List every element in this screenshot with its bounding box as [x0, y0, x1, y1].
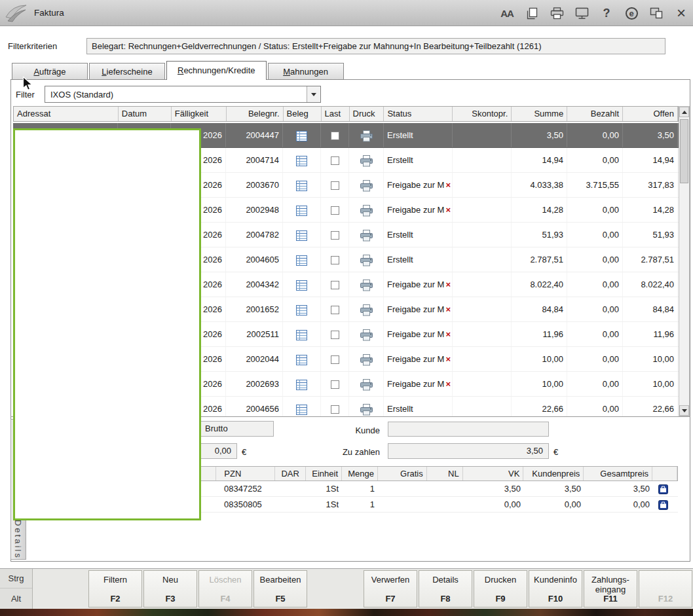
- filter-dropdown[interactable]: IXOS (Standard): [45, 86, 321, 103]
- font-size-icon[interactable]: AA: [499, 5, 515, 22]
- neu-button[interactable]: NeuF3: [143, 570, 197, 607]
- last-checkbox[interactable]: [331, 206, 339, 215]
- cell-status: Freigabe zur M×: [384, 198, 453, 222]
- column-header-status[interactable]: Status: [384, 107, 453, 121]
- item-column-header-menge[interactable]: Menge: [342, 467, 378, 480]
- beleg-document-icon[interactable]: [296, 205, 307, 215]
- item-cell-kundenpreis: 3,50: [524, 481, 584, 496]
- column-header-skontopr[interactable]: Skontopr.: [453, 107, 512, 121]
- column-header-belegnr[interactable]: Belegnr.: [227, 107, 284, 121]
- item-cell-menge: 1: [342, 481, 378, 496]
- copy-icon[interactable]: [524, 5, 540, 22]
- column-header-offen[interactable]: Offen: [623, 107, 678, 121]
- ixos-e-icon[interactable]: e: [624, 5, 639, 22]
- print-icon[interactable]: [360, 130, 373, 140]
- scroll-down-button[interactable]: [679, 405, 689, 416]
- vertical-scrollbar[interactable]: [679, 106, 690, 416]
- zahlungs-eingang-button[interactable]: Zahlungs- eingangF11: [584, 570, 637, 607]
- beleg-document-icon[interactable]: [296, 255, 307, 264]
- dropdown-arrow-icon[interactable]: [307, 86, 320, 102]
- column-header-beleg[interactable]: Beleg: [284, 107, 322, 121]
- item-column-header-blank[interactable]: [652, 467, 677, 480]
- window-switch-icon[interactable]: [648, 5, 664, 22]
- zu-zahlen-field[interactable]: 3,50: [388, 443, 549, 459]
- last-checkbox[interactable]: [331, 281, 339, 289]
- close-icon[interactable]: ×: [673, 5, 689, 22]
- last-checkbox[interactable]: [331, 256, 339, 264]
- print-icon[interactable]: [360, 329, 373, 339]
- last-checkbox[interactable]: [331, 380, 339, 389]
- item-column-header-gesamtpreis[interactable]: Gesamtpreis: [584, 467, 652, 480]
- column-header-summe[interactable]: Summe: [512, 107, 567, 121]
- print-icon[interactable]: [360, 255, 373, 264]
- last-checkbox[interactable]: [331, 306, 339, 314]
- item-column-header-vk[interactable]: VK: [463, 467, 524, 480]
- item-cell-icon: [653, 481, 678, 496]
- cell-offen: 2.787,51: [623, 247, 678, 272]
- status-text: Freigabe zur M: [387, 354, 444, 364]
- fn-button-label: [641, 575, 690, 585]
- cell-druck: [349, 148, 384, 172]
- print-icon[interactable]: [360, 205, 373, 215]
- last-checkbox[interactable]: [331, 181, 339, 190]
- bearbeiten-button[interactable]: BearbeitenF5: [253, 570, 307, 607]
- kundeninfo-button[interactable]: KundeninfoF10: [529, 570, 582, 607]
- scrollbar-thumb[interactable]: [680, 119, 688, 183]
- print-icon[interactable]: [360, 280, 373, 289]
- filterkriterien-field[interactable]: Belegart: Rechnungen+Geldverrechnungen /…: [86, 38, 665, 54]
- beleg-document-icon[interactable]: [296, 404, 307, 414]
- help-icon[interactable]: ?: [599, 5, 614, 22]
- column-header-last[interactable]: Last: [322, 107, 350, 121]
- cell-last: [321, 347, 349, 371]
- beleg-document-icon[interactable]: [296, 329, 307, 339]
- beleg-document-icon[interactable]: [296, 130, 307, 140]
- monitor-icon[interactable]: [574, 5, 590, 22]
- beleg-document-icon[interactable]: [296, 180, 307, 190]
- item-cell-menge: 1: [342, 497, 378, 512]
- scroll-up-button[interactable]: [679, 107, 689, 117]
- tab-mahnungen[interactable]: Mahnungen: [268, 63, 344, 80]
- column-header-datum[interactable]: Datum: [119, 107, 172, 121]
- article-package-icon[interactable]: [658, 484, 668, 494]
- last-checkbox[interactable]: [331, 231, 339, 240]
- print-icon[interactable]: [360, 304, 373, 314]
- item-column-header-kundenpreis[interactable]: Kundenpreis: [523, 467, 584, 480]
- verwerfen-button[interactable]: VerwerfenF7: [364, 570, 417, 607]
- print-icon[interactable]: [360, 155, 373, 165]
- details-button[interactable]: DetailsF8: [419, 570, 472, 607]
- last-checkbox[interactable]: [331, 331, 339, 339]
- last-checkbox[interactable]: [331, 132, 339, 140]
- column-header-falligkeit[interactable]: Fälligkeit: [172, 107, 227, 121]
- item-column-header-pzn[interactable]: PZN: [216, 467, 275, 480]
- kunde-field[interactable]: [388, 422, 549, 437]
- print-icon[interactable]: [360, 180, 373, 190]
- print-titlebar-icon[interactable]: [549, 5, 565, 22]
- cell-druck: [349, 198, 384, 222]
- beleg-document-icon[interactable]: [296, 304, 307, 314]
- tab-rechnungen-kredite[interactable]: Rechnungen/Kredite: [166, 61, 267, 80]
- beleg-document-icon[interactable]: [296, 280, 307, 289]
- tab-lieferscheine[interactable]: Lieferscheine: [89, 63, 165, 80]
- drucken-button[interactable]: DruckenF9: [474, 570, 527, 607]
- article-package-icon[interactable]: [658, 499, 668, 509]
- beleg-document-icon[interactable]: [296, 354, 307, 364]
- item-column-header-gratis[interactable]: Gratis: [378, 467, 427, 480]
- beleg-document-icon[interactable]: [296, 155, 307, 165]
- item-column-header-dar[interactable]: DAR: [275, 467, 306, 480]
- print-icon[interactable]: [360, 404, 373, 414]
- print-icon[interactable]: [360, 354, 373, 364]
- last-checkbox[interactable]: [331, 355, 339, 364]
- beleg-document-icon[interactable]: [296, 379, 307, 389]
- beleg-document-icon[interactable]: [296, 230, 307, 240]
- column-header-druck[interactable]: Druck: [350, 107, 384, 121]
- column-header-adressat[interactable]: Adressat: [14, 107, 119, 121]
- filtern-button[interactable]: FilternF2: [88, 570, 142, 607]
- column-header-bezahlt[interactable]: Bezahlt: [567, 107, 623, 121]
- last-checkbox[interactable]: [331, 405, 339, 414]
- last-checkbox[interactable]: [331, 156, 339, 165]
- item-cell-dar: [275, 481, 306, 496]
- item-column-header-einheit[interactable]: Einheit: [306, 467, 342, 480]
- print-icon[interactable]: [360, 230, 373, 240]
- print-icon[interactable]: [360, 379, 373, 389]
- item-column-header-nl[interactable]: NL: [427, 467, 463, 480]
